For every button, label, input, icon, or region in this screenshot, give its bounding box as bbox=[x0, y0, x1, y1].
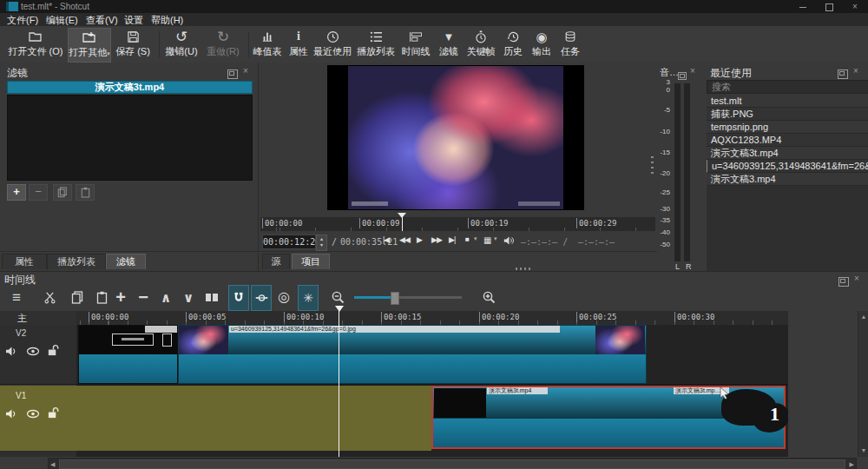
volume-button[interactable] bbox=[503, 235, 515, 246]
v2-clip-2[interactable]: u=3460939125,3149483641&fm=26&gp=0.jpg bbox=[178, 325, 647, 384]
recent-item[interactable]: test.mlt bbox=[707, 95, 868, 108]
skip-start-button[interactable]: |◀ bbox=[383, 235, 389, 244]
copy-button[interactable] bbox=[68, 285, 87, 309]
grid-dropdown-icon[interactable]: ▾ bbox=[494, 235, 496, 242]
ripple-toggle-button[interactable]: ◎ bbox=[274, 285, 293, 309]
menu-edit[interactable]: 编辑(E) bbox=[46, 14, 78, 27]
recent-item[interactable]: 演示文稿3.mp4 bbox=[707, 173, 868, 186]
peak-meter-button[interactable]: 峰值表 bbox=[250, 28, 285, 61]
scrub-while-dragging-button[interactable] bbox=[251, 285, 272, 311]
stop-dropdown-icon[interactable]: ▾ bbox=[474, 235, 477, 242]
tab-filters[interactable]: 滤镜 bbox=[106, 254, 146, 269]
splitter-handle[interactable] bbox=[516, 268, 531, 270]
append-button[interactable]: + bbox=[109, 285, 132, 309]
hide-track-icon[interactable] bbox=[26, 346, 40, 357]
skip-end-button[interactable]: ▶| bbox=[449, 235, 455, 244]
menu-settings[interactable]: 设置 bbox=[124, 14, 143, 27]
history-button[interactable]: 历史 bbox=[500, 28, 526, 61]
play-button[interactable]: ▶ bbox=[417, 235, 422, 244]
close-button[interactable]: × bbox=[844, 0, 866, 13]
menu-view[interactable]: 查看(V) bbox=[86, 14, 118, 27]
master-track-header[interactable]: 主 bbox=[0, 311, 76, 326]
scroll-right-icon[interactable]: ▶ bbox=[850, 460, 854, 469]
overwrite-button[interactable]: ∨ bbox=[178, 285, 199, 309]
hide-track-icon[interactable] bbox=[26, 408, 40, 419]
close-panel-icon[interactable]: × bbox=[243, 67, 248, 75]
split-button[interactable] bbox=[201, 285, 222, 309]
scroll-down-icon[interactable]: ▼ bbox=[858, 446, 868, 455]
timeline-menu-button[interactable]: ≡ bbox=[7, 285, 26, 309]
timeline-playhead-line[interactable] bbox=[339, 311, 339, 457]
timeline-playhead-marker[interactable] bbox=[335, 306, 344, 312]
copy-filters-button[interactable] bbox=[53, 184, 72, 201]
jobs-button[interactable]: 任务 bbox=[557, 28, 583, 61]
minimize-button[interactable] bbox=[792, 0, 814, 13]
splitter-handle[interactable] bbox=[651, 156, 654, 174]
tab-source[interactable]: 源 bbox=[262, 254, 290, 269]
cut-button[interactable] bbox=[40, 285, 59, 309]
tab-project[interactable]: 项目 bbox=[292, 254, 330, 269]
recent-button[interactable]: 最近使用 bbox=[312, 28, 352, 61]
lift-button[interactable]: ∧ bbox=[155, 285, 176, 309]
spin-up-icon[interactable]: ▴ bbox=[317, 235, 326, 242]
recent-item[interactable]: u=3460939125,3149483641&fm=26&gp… bbox=[707, 160, 868, 173]
close-panel-icon[interactable]: × bbox=[854, 274, 859, 282]
recent-item[interactable]: tempsnip.png bbox=[707, 121, 868, 134]
filters-list[interactable] bbox=[7, 95, 253, 181]
recent-item[interactable]: 捕获.PNG bbox=[707, 108, 868, 121]
ripple-delete-button[interactable]: − bbox=[132, 285, 155, 309]
hscrollbar-thumb[interactable] bbox=[59, 459, 845, 469]
grid-button[interactable]: ▦ bbox=[483, 235, 490, 245]
timeline-hscrollbar[interactable]: ◀ ▶ bbox=[48, 458, 857, 469]
remove-filter-button[interactable]: − bbox=[29, 184, 48, 201]
snap-toggle-button[interactable] bbox=[228, 285, 249, 311]
keyframes-button[interactable]: 关键帧 bbox=[464, 28, 498, 61]
zoom-in-button[interactable] bbox=[479, 285, 498, 309]
out-point-field[interactable]: –:–:–:– bbox=[578, 237, 615, 247]
timeline-ruler[interactable]: 00:00:00 00:00:05 00:00:10 00:00:15 00:0… bbox=[76, 311, 788, 325]
stop-button[interactable]: ■ bbox=[465, 235, 469, 243]
v1-track-blank[interactable] bbox=[76, 386, 431, 451]
open-file-button[interactable]: 打开文件 (O) bbox=[5, 28, 66, 61]
search-input[interactable]: 搜索 bbox=[707, 80, 868, 94]
open-other-button[interactable]: 打开其他▾ bbox=[68, 28, 111, 63]
mute-track-icon[interactable] bbox=[5, 346, 18, 357]
v2-clip-1[interactable] bbox=[78, 325, 178, 384]
tab-properties[interactable]: 属性 bbox=[2, 254, 47, 269]
track-header-v2[interactable]: V2 bbox=[0, 325, 76, 385]
maximize-button[interactable] bbox=[818, 0, 840, 13]
scroll-left-icon[interactable]: ◀ bbox=[50, 460, 55, 469]
mute-track-icon[interactable] bbox=[5, 408, 18, 419]
title-bar[interactable]: test.mlt* - Shotcut × bbox=[0, 0, 868, 13]
undo-button[interactable]: ↺ 撤销(U) bbox=[161, 28, 201, 61]
paste-filters-button[interactable] bbox=[76, 184, 95, 201]
timecode-spinner[interactable]: ▴ ▾ bbox=[316, 234, 327, 251]
recent-item[interactable]: AQXC1283.MP4 bbox=[707, 134, 868, 147]
lock-track-icon[interactable] bbox=[47, 344, 59, 357]
menu-help[interactable]: 帮助(H) bbox=[151, 14, 183, 27]
save-button[interactable]: 保存 (S) bbox=[112, 28, 154, 61]
ripple-all-tracks-button[interactable]: ✳ bbox=[298, 285, 319, 311]
track-v1[interactable]: 演示文稿3t.mp4 演示文稿3t.mp… 1 bbox=[76, 386, 788, 451]
properties-button[interactable]: i 属性 bbox=[286, 28, 311, 61]
spin-down-icon[interactable]: ▾ bbox=[317, 242, 326, 248]
float-panel-icon[interactable] bbox=[678, 68, 687, 83]
track-v2[interactable]: u=3460939125,3149483641&fm=26&gp=0.jpg bbox=[76, 325, 788, 386]
filters-selected-clip[interactable]: 演示文稿3t.mp4 bbox=[7, 81, 253, 94]
add-filter-button[interactable]: + bbox=[7, 184, 26, 201]
in-point-field[interactable]: –:–:–:– / bbox=[521, 237, 568, 247]
playlist-button[interactable]: 播放列表 bbox=[356, 28, 396, 61]
timeline-button[interactable]: 时间线 bbox=[398, 28, 434, 61]
timeline-vscrollbar[interactable]: ▲ ▼ bbox=[858, 311, 868, 457]
current-timecode-field[interactable]: 00:00:12:26 bbox=[262, 234, 316, 249]
paste-button[interactable] bbox=[92, 285, 111, 309]
fast-forward-button[interactable]: ▶▶ bbox=[431, 235, 442, 244]
filters-button[interactable]: ▼ 滤镜 bbox=[436, 28, 462, 61]
menu-file[interactable]: 文件(F) bbox=[7, 14, 38, 27]
monitor-playhead-line[interactable] bbox=[402, 217, 403, 231]
monitor-seek-ruler[interactable]: 00:00:00 00:00:09 00:00:19 00:00:29 bbox=[260, 217, 655, 231]
recent-item[interactable]: 演示文稿3t.mp4 bbox=[707, 147, 868, 160]
rewind-button[interactable]: ◀◀ bbox=[399, 235, 410, 244]
close-panel-icon[interactable]: × bbox=[690, 67, 695, 75]
export-button[interactable]: ◉ 输出 bbox=[528, 28, 556, 61]
